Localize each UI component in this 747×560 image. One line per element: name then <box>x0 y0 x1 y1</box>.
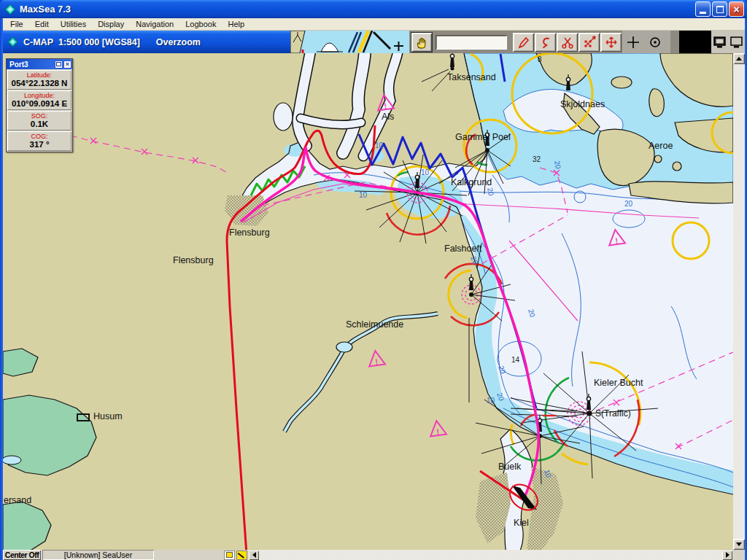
window-border-left <box>0 18 3 560</box>
map-label: 10 <box>375 141 384 149</box>
points-edit-tool-button[interactable] <box>578 33 600 52</box>
chart-mode: Overzoom <box>156 37 201 47</box>
minimize-button[interactable] <box>695 1 711 17</box>
port3-title: Port3 <box>9 61 54 69</box>
cmap-icon <box>7 36 18 47</box>
map-label: Als <box>382 112 394 122</box>
port3-close-button[interactable]: × <box>63 61 71 69</box>
map-label: S(Traffic) <box>595 408 631 419</box>
edit-log-icon[interactable] <box>236 551 247 560</box>
port3-field: SOG:0.1K <box>7 111 71 131</box>
map-label: Flensburg <box>173 255 214 265</box>
port3-field: Latitude:054°22.1328 N <box>7 70 71 90</box>
port3-field-value: 317 ° <box>8 140 71 150</box>
vertical-scrollbar[interactable] <box>733 53 745 550</box>
map-label: Aeroe <box>649 141 673 151</box>
menu-navigation[interactable]: Navigation <box>130 19 179 29</box>
scroll-down-button[interactable] <box>733 539 745 550</box>
map-label: ersand <box>4 495 31 505</box>
maxsea-logo-icon <box>4 4 16 15</box>
menu-utilities[interactable]: Utilities <box>55 19 92 29</box>
center-off-button[interactable]: Center Off <box>3 550 41 560</box>
pencil-tool-button[interactable] <box>513 33 534 52</box>
route-curve-icon <box>538 35 553 50</box>
port3-field-value: 054°22.1328 N <box>8 79 71 89</box>
port3-field-value: 0.1K <box>8 120 71 130</box>
chart-toolbar: C-MAP 1:500 000 [WGS84] Overzoom <box>3 31 745 53</box>
map-label: Kiel <box>514 518 529 528</box>
layers-icon[interactable] <box>224 551 235 560</box>
map-label: Skjoldnaes <box>560 99 605 109</box>
scissors-tool-button[interactable] <box>557 33 578 52</box>
resize-corner[interactable] <box>732 550 745 560</box>
vertical-scroll-track[interactable] <box>733 64 745 539</box>
hand-tool-button[interactable] <box>411 32 433 52</box>
crosshair-icon <box>626 35 640 50</box>
scroll-up-button[interactable] <box>733 53 745 64</box>
user-panel: [Unknown] SeaUser <box>42 550 154 560</box>
map-label: 10 <box>359 191 368 199</box>
screen-single-icon[interactable] <box>713 36 727 49</box>
status-gap <box>154 550 224 560</box>
screen-dual-icon[interactable] <box>729 36 743 49</box>
horizontal-scroll-track[interactable] <box>259 550 722 560</box>
map-label: 10 <box>421 168 430 176</box>
map-label: Buelk <box>498 462 522 472</box>
map-label: Kalkgrund <box>451 177 492 187</box>
port3-field-label: SOG: <box>8 112 71 120</box>
chart-peek-strip <box>290 31 409 53</box>
center-target-button[interactable] <box>644 33 666 52</box>
port3-field-value: 010°09.0914 E <box>8 99 71 109</box>
points-edit-icon <box>582 35 597 50</box>
flat-tool-zone <box>622 31 670 53</box>
menu-edit[interactable]: Edit <box>29 19 55 29</box>
nautical-chart[interactable]: ! ! ! ! TaksensandSkjoldnaesAeroeAl <box>3 53 733 550</box>
menu-display[interactable]: Display <box>92 19 130 29</box>
map-label: 14 <box>511 356 520 364</box>
tool-panel <box>409 31 745 53</box>
map-label: 32 <box>533 155 541 163</box>
map-label: Schleimuende <box>346 319 403 330</box>
menu-logbook[interactable]: Logbook <box>179 19 222 29</box>
map-label: 8 <box>538 55 542 63</box>
chart-title-bar: C-MAP 1:500 000 [WGS84] Overzoom <box>3 31 290 53</box>
close-button[interactable]: × <box>729 1 744 17</box>
port3-panel[interactable]: Port3 × Latitude:054°22.1328 NLongitude:… <box>6 58 73 152</box>
map-label: 10 <box>487 397 495 405</box>
pencil-icon <box>516 35 531 50</box>
route-curve-tool-button[interactable] <box>535 33 556 52</box>
move-tool-button[interactable] <box>600 33 622 52</box>
chart-area[interactable]: ! ! ! ! TaksensandSkjoldnaesAeroeAl <box>3 53 733 550</box>
scroll-left-button[interactable] <box>249 551 259 560</box>
map-label: Taksensand <box>447 72 496 82</box>
center-target-icon <box>648 35 662 50</box>
port3-field-label: Longitude: <box>8 91 71 99</box>
map-label: Falshoeft <box>444 244 482 254</box>
port3-title-bar[interactable]: Port3 × <box>7 59 72 69</box>
menu-file[interactable]: File <box>4 19 29 29</box>
map-label: Husum <box>93 411 123 421</box>
menu-bar: FileEditUtilitiesDisplayNavigationLogboo… <box>3 18 745 31</box>
status-bar: Center Off [Unknown] SeaUser <box>3 550 745 560</box>
toolbar-black-gap <box>679 31 711 53</box>
chart-name: C-MAP <box>23 37 53 47</box>
screen-toggle-zone <box>711 31 745 53</box>
maxsea-window: MaxSea 7.3 × FileEditUtilitiesDisplayNav… <box>0 0 747 560</box>
window-title: MaxSea 7.3 <box>20 4 694 15</box>
map-label: Gammel Poel <box>455 132 511 142</box>
map-label: Kieler Bucht <box>594 378 643 388</box>
port3-body: Latitude:054°22.1328 NLongitude:010°09.0… <box>7 70 72 151</box>
port3-maximize-button[interactable] <box>55 61 63 69</box>
map-label: Flensburg <box>229 228 270 238</box>
restore-button[interactable] <box>712 1 727 17</box>
port3-field: COG:317 ° <box>7 131 71 151</box>
scissors-icon <box>560 35 575 50</box>
port3-field-label: COG: <box>8 132 71 140</box>
move-icon <box>604 35 619 50</box>
title-bar: MaxSea 7.3 × <box>0 0 747 18</box>
chart-scale: 1:500 000 [WGS84] <box>58 37 140 47</box>
scroll-right-button[interactable] <box>722 551 732 560</box>
menu-help[interactable]: Help <box>222 19 250 29</box>
port3-field-label: Latitude: <box>8 71 71 79</box>
crosshair-tool-button[interactable] <box>622 33 644 52</box>
